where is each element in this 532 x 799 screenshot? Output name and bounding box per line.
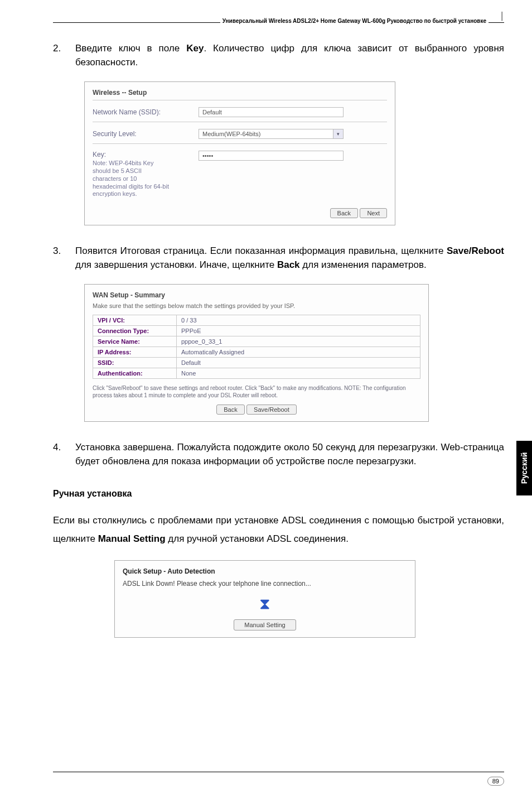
table-row: IP Address:Automatically Assigned — [93, 347, 420, 358]
wan-summary-panel: WAN Setup - Summary Make sure that the s… — [84, 284, 429, 422]
chevron-down-icon: ▾ — [333, 129, 343, 138]
antenna-icon: ┃ — [500, 12, 504, 21]
summary-note: Click "Save/Reboot" to save these settin… — [93, 384, 420, 399]
panel-title: Quick Setup - Auto Detection — [123, 567, 407, 575]
step-text: Установка завершена. Пожалуйста подождит… — [75, 441, 504, 468]
ssid-label: Network Name (SSID): — [93, 108, 199, 116]
next-button[interactable]: Next — [360, 208, 387, 218]
summary-intro: Make sure that the settings below match … — [93, 302, 420, 309]
table-row: Service Name:pppoe_0_33_1 — [93, 336, 420, 347]
manual-setup-heading: Ручная установка — [53, 489, 504, 499]
step-text: Введите ключ в поле Key. Количество цифр… — [75, 42, 504, 69]
table-row: Authentication:None — [93, 368, 420, 379]
step-text: Появится Итоговая страница. Если показан… — [75, 244, 504, 272]
auto-detection-panel: Quick Setup - Auto Detection ADSL Link D… — [114, 560, 415, 638]
back-button[interactable]: Back — [216, 405, 244, 415]
step-number: 4. — [53, 441, 75, 468]
manual-setup-paragraph: Если вы столкнулись с проблемами при уст… — [53, 511, 504, 548]
manual-setting-button[interactable]: Manual Setting — [234, 619, 296, 630]
summary-table: VPI / VCI:0 / 33 Connection Type:PPPoE S… — [93, 315, 420, 379]
security-level-select[interactable]: Medium(WEP-64bits) ▾ — [199, 129, 344, 139]
step-number: 2. — [53, 42, 75, 69]
language-tab: Русский — [516, 441, 532, 495]
wireless-setup-panel: Wireless -- Setup Network Name (SSID): D… — [84, 81, 395, 225]
key-input[interactable]: ••••• — [199, 151, 344, 161]
step-number: 3. — [53, 244, 75, 272]
adsl-status-msg: ADSL Link Down! Please check your telpho… — [123, 580, 407, 588]
key-hint: Note: WEP-64bits Key should be 5 ASCII c… — [93, 160, 171, 198]
panel-title: WAN Setup - Summary — [93, 291, 420, 299]
back-button[interactable]: Back — [330, 208, 358, 218]
ssid-input[interactable]: Default — [199, 107, 344, 117]
panel-title: Wireless -- Setup — [93, 89, 387, 97]
hourglass-icon: ⧗ — [123, 595, 407, 614]
footer-divider — [53, 772, 504, 772]
security-level-label: Security Level: — [93, 130, 199, 138]
table-row: Connection Type:PPPoE — [93, 326, 420, 336]
save-reboot-button[interactable]: Save/Reboot — [246, 405, 297, 415]
table-row: SSID:Default — [93, 358, 420, 368]
table-row: VPI / VCI:0 / 33 — [93, 315, 420, 326]
doc-header-title: Универсальный Wireless ADSL2/2+ Home Gat… — [220, 18, 489, 24]
page-number: 89 — [487, 777, 504, 786]
key-label: Key: — [93, 151, 199, 158]
